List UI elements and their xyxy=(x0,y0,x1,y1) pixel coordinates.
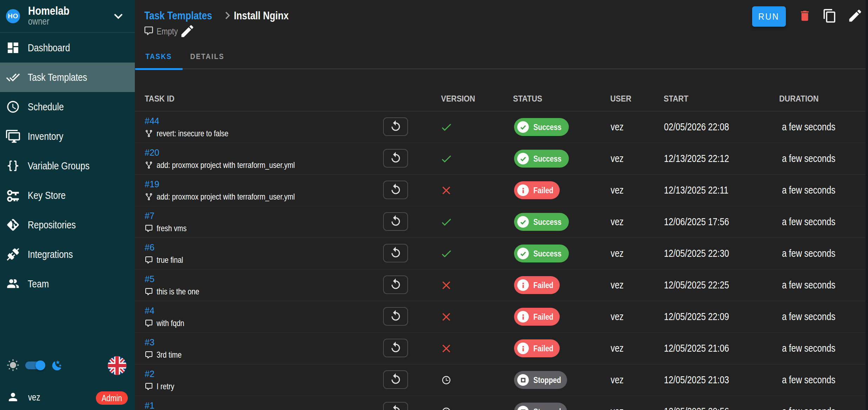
sidebar-item-task-templates[interactable]: Task Templates xyxy=(0,63,135,92)
sidebar-item-variable-groups[interactable]: Variable Groups xyxy=(0,151,135,181)
copy-button[interactable] xyxy=(822,8,837,23)
status-badge-icon xyxy=(517,216,529,228)
task-id-link[interactable]: #6 xyxy=(145,242,154,253)
task-message-text: revert: insecure to false xyxy=(157,129,229,138)
rerun-task-button[interactable] xyxy=(383,149,408,168)
replay-icon xyxy=(389,246,402,260)
status-badge: Success xyxy=(514,213,569,231)
source-fork-icon xyxy=(145,193,153,201)
rerun-task-button[interactable] xyxy=(383,307,408,326)
status-badge: Failed xyxy=(514,181,560,199)
task-id-link[interactable]: #4 xyxy=(145,306,154,316)
status-info-icon xyxy=(519,345,527,352)
sidebar-item-key-store[interactable]: Key Store xyxy=(0,181,135,210)
version-status xyxy=(437,396,456,410)
sidebar-item-inventory[interactable]: Inventory xyxy=(0,122,135,151)
run-button[interactable]: RUN xyxy=(752,6,786,27)
column-header-task-id: TASK ID xyxy=(145,86,175,111)
sidebar-item-team[interactable]: Team xyxy=(0,269,135,299)
toggle-thumb[interactable] xyxy=(35,360,45,370)
task-id-link[interactable]: #7 xyxy=(145,211,154,221)
task-start: 12/05/2025 22:25 xyxy=(664,269,729,301)
rerun-task-button[interactable] xyxy=(383,212,408,231)
check-all-icon xyxy=(6,70,20,84)
status-badge: Failed xyxy=(514,339,560,357)
rerun-task-button[interactable] xyxy=(383,181,408,199)
status-info-icon xyxy=(519,187,527,194)
task-duration: a few seconds xyxy=(782,143,835,174)
header-actions: RUN xyxy=(135,0,868,32)
replay-icon xyxy=(389,278,402,292)
task-id-link[interactable]: #1 xyxy=(145,401,154,410)
sidebar-item-integrations[interactable]: Integrations xyxy=(0,240,135,269)
comment-outline-icon xyxy=(145,256,153,264)
rerun-task-button[interactable] xyxy=(383,402,408,410)
replay-icon xyxy=(389,120,402,134)
task-id-link[interactable]: #20 xyxy=(145,148,159,158)
status-stop-icon xyxy=(519,408,527,410)
replay-icon xyxy=(389,341,402,355)
version-status xyxy=(437,269,456,301)
delete-button[interactable] xyxy=(798,9,811,22)
task-history-table: TASK ID VERSION STATUS USER START DURATI… xyxy=(135,86,866,410)
comment-outline-icon xyxy=(145,224,153,233)
connection-icon xyxy=(6,247,20,261)
column-header-duration: DURATION xyxy=(779,86,818,111)
tab-tasks[interactable]: TASKS xyxy=(135,44,183,69)
status-badge-label: Failed xyxy=(533,280,553,290)
task-message-text: 3rd time xyxy=(157,350,182,360)
status-check-icon xyxy=(519,218,527,226)
edit-button[interactable] xyxy=(847,8,863,24)
version-x-icon xyxy=(440,342,453,355)
table-row: #20add: proxmox project with terraform_u… xyxy=(135,143,866,175)
sidebar-item-repositories[interactable]: Repositories xyxy=(0,210,135,240)
status-badge-label: Success xyxy=(533,122,561,132)
rerun-task-button[interactable] xyxy=(383,244,408,262)
status-badge-label: Stopped xyxy=(533,407,561,410)
sidebar-item-label: Inventory xyxy=(28,130,63,142)
version-check-icon xyxy=(440,247,453,260)
status-badge-label: Success xyxy=(533,154,561,164)
status-badge: Success xyxy=(514,150,569,168)
version-x-icon xyxy=(440,184,453,197)
sidebar-item-label: Key Store xyxy=(28,189,66,201)
rerun-task-button[interactable] xyxy=(383,117,408,136)
table-row: #33rd timeFailedvez12/05/2025 21:06a few… xyxy=(135,333,866,364)
project-switcher[interactable]: HO Homelab owner xyxy=(0,0,135,33)
status-badge: Success xyxy=(514,118,569,136)
task-message: true final xyxy=(145,255,189,265)
tab-details[interactable]: DETAILS xyxy=(183,44,232,69)
rerun-task-button[interactable] xyxy=(383,370,408,389)
status-badge-label: Failed xyxy=(533,186,553,195)
sidebar-item-dashboard[interactable]: Dashboard xyxy=(0,33,135,63)
status-badge-icon xyxy=(517,343,529,354)
dark-mode-toggle[interactable] xyxy=(25,362,45,369)
sidebar-item-label: Schedule xyxy=(28,101,64,113)
project-name: Homelab xyxy=(28,4,70,18)
task-start: 12/05/2025 21:03 xyxy=(664,364,729,396)
user-row[interactable]: vez Admin xyxy=(0,388,135,406)
task-id-link[interactable]: #5 xyxy=(145,274,154,284)
project-avatar: HO xyxy=(6,9,20,23)
rerun-task-button[interactable] xyxy=(383,339,408,357)
task-id-link[interactable]: #2 xyxy=(145,369,154,379)
rerun-task-button[interactable] xyxy=(383,275,408,294)
replay-icon xyxy=(389,215,402,228)
status-badge-label: Failed xyxy=(533,344,553,353)
task-id-link[interactable]: #19 xyxy=(145,179,159,189)
status-badge-label: Stopped xyxy=(533,375,561,385)
task-user: vez xyxy=(611,333,624,364)
table-row: #5this is the oneFailedvez12/05/2025 22:… xyxy=(135,269,866,301)
sidebar-item-schedule[interactable]: Schedule xyxy=(0,92,135,122)
admin-badge: Admin xyxy=(96,391,128,405)
chevron-down-icon[interactable] xyxy=(110,8,127,25)
task-duration: a few seconds xyxy=(782,238,835,269)
version-status xyxy=(437,333,456,364)
task-duration: a few seconds xyxy=(782,175,835,206)
task-id-link[interactable]: #44 xyxy=(145,116,159,126)
scrollbar-track[interactable] xyxy=(866,0,868,410)
task-id-link[interactable]: #3 xyxy=(145,337,154,347)
language-flag-uk[interactable] xyxy=(108,356,126,375)
status-check-icon xyxy=(519,123,527,131)
task-message-text: with fqdn xyxy=(157,318,184,328)
